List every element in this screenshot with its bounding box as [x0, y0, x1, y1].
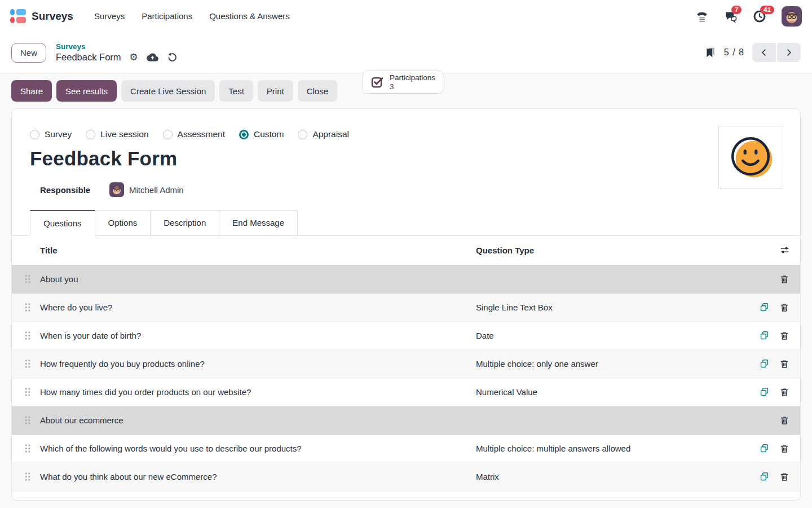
cloud-upload-icon[interactable]	[147, 51, 158, 63]
see-results-button[interactable]: See results	[56, 80, 117, 102]
participations-label: Participations	[390, 73, 435, 82]
duplicate-question-button[interactable]	[756, 469, 772, 485]
radio-circle-icon[interactable]	[30, 130, 39, 139]
drag-handle-icon[interactable]	[24, 471, 32, 483]
smiley-face-icon	[725, 132, 778, 183]
radio-option-custom[interactable]: Custom	[239, 129, 284, 139]
delete-row-button[interactable]	[776, 271, 792, 287]
pager-previous-button[interactable]	[752, 43, 776, 62]
radio-option-live-session[interactable]: Live session	[86, 129, 148, 139]
topbar-menus: SurveysParticipationsQuestions & Answers	[87, 7, 297, 25]
topbar-menu-questions-answers[interactable]: Questions & Answers	[202, 7, 297, 25]
question-row[interactable]: Where do you live?Single Line Text Box	[12, 294, 800, 322]
breadcrumb: Surveys Feedback Form ⚙	[56, 42, 178, 63]
radio-option-appraisal[interactable]: Appraisal	[298, 129, 349, 139]
question-row[interactable]: Which of the following words would you u…	[12, 435, 800, 463]
drag-handle-icon[interactable]	[24, 358, 32, 370]
column-title[interactable]: Title	[40, 246, 476, 255]
column-question-type[interactable]: Question Type	[476, 246, 756, 255]
drag-handle-icon[interactable]	[24, 443, 32, 454]
radio-option-assessment[interactable]: Assessment	[163, 129, 225, 139]
drag-handle-icon[interactable]	[24, 387, 32, 398]
row-title: Which of the following words would you u…	[40, 444, 476, 453]
delete-row-button[interactable]	[776, 356, 792, 372]
radio-option-survey[interactable]: Survey	[30, 129, 72, 139]
delete-row-button[interactable]	[776, 328, 792, 344]
question-row[interactable]: What do you think about our new eCommerc…	[12, 463, 800, 491]
question-row[interactable]: How frequently do you buy products onlin…	[12, 350, 800, 378]
drag-handle-icon[interactable]	[24, 330, 32, 341]
delete-row-button[interactable]	[776, 441, 792, 457]
radio-circle-icon[interactable]	[239, 130, 249, 139]
surveys-app-logo-icon[interactable]	[10, 9, 25, 24]
duplicate-question-button[interactable]	[756, 441, 772, 457]
voip-phone-icon[interactable]	[695, 10, 709, 23]
radio-label: Live session	[100, 129, 148, 139]
close-button[interactable]: Close	[298, 80, 337, 102]
survey-image[interactable]	[718, 126, 783, 189]
activities-clock-icon[interactable]: 41	[753, 10, 766, 23]
messages-icon[interactable]: 7	[724, 10, 738, 23]
print-button[interactable]: Print	[258, 80, 293, 102]
settings-gear-icon[interactable]: ⚙	[130, 52, 138, 62]
tab-options[interactable]: Options	[95, 210, 151, 236]
survey-title[interactable]: Feedback Form	[12, 139, 800, 170]
radio-label: Custom	[254, 129, 284, 139]
question-row[interactable]: When is your date of birth?Date	[12, 322, 800, 350]
row-question-type: Numerical Value	[476, 387, 756, 397]
section-row[interactable]: About our ecommerce	[12, 406, 800, 435]
radio-circle-icon[interactable]	[163, 130, 173, 139]
user-avatar[interactable]	[782, 6, 802, 27]
row-title: About our ecommerce	[40, 415, 476, 425]
delete-row-button[interactable]	[776, 384, 792, 400]
drag-handle-icon[interactable]	[24, 274, 32, 285]
share-button[interactable]: Share	[11, 80, 52, 102]
pager-next-button[interactable]	[777, 43, 801, 62]
radio-label: Assessment	[178, 129, 225, 139]
row-question-type: Multiple choice: only one answer	[476, 359, 756, 369]
row-title: What do you think about our new eCommerc…	[40, 472, 476, 481]
duplicate-question-button[interactable]	[756, 384, 772, 400]
radio-circle-icon[interactable]	[86, 130, 95, 139]
new-button[interactable]: New	[11, 43, 46, 63]
topbar-menu-surveys[interactable]: Surveys	[87, 7, 132, 25]
drag-handle-icon[interactable]	[24, 302, 32, 313]
radio-label: Appraisal	[312, 129, 349, 139]
section-row[interactable]: About you	[12, 265, 800, 294]
table-header-row: Title Question Type	[12, 236, 800, 265]
delete-row-button[interactable]	[776, 300, 792, 316]
app-name[interactable]: Surveys	[32, 10, 73, 23]
participations-stat-button[interactable]: Participations 3	[363, 71, 443, 94]
pager-value: 5 / 8	[724, 47, 744, 58]
breadcrumb-current: Feedback Form	[56, 52, 121, 63]
row-title: Where do you live?	[40, 303, 476, 312]
tab-description[interactable]: Description	[150, 210, 219, 236]
bookmark-icon[interactable]	[705, 46, 716, 59]
activities-badge: 41	[760, 6, 774, 15]
optional-columns-icon[interactable]	[776, 243, 792, 259]
row-question-type: Matrix	[476, 472, 756, 481]
create-live-session-button[interactable]: Create Live Session	[121, 80, 215, 102]
tab-end-message[interactable]: End Message	[219, 210, 298, 236]
delete-row-button[interactable]	[776, 413, 792, 428]
responsible-name[interactable]: Mitchell Admin	[129, 185, 184, 195]
pager: 5 / 8	[705, 43, 801, 62]
drag-handle-icon[interactable]	[24, 415, 32, 426]
systray: 7 41	[695, 6, 802, 27]
survey-form-card: SurveyLive sessionAssessmentCustomApprai…	[11, 108, 801, 501]
duplicate-question-button[interactable]	[756, 328, 772, 344]
radio-circle-icon[interactable]	[298, 130, 307, 139]
row-title: When is your date of birth?	[40, 331, 476, 340]
question-row[interactable]: How many times did you order products on…	[12, 378, 800, 406]
tab-questions[interactable]: Questions	[30, 210, 95, 236]
breadcrumb-parent-link[interactable]: Surveys	[56, 42, 178, 51]
topbar-menu-participations[interactable]: Participations	[134, 7, 200, 25]
duplicate-question-button[interactable]	[756, 300, 772, 316]
undo-icon[interactable]	[167, 52, 178, 63]
messages-badge: 7	[731, 6, 742, 15]
duplicate-question-button[interactable]	[756, 356, 772, 372]
responsible-avatar[interactable]	[109, 182, 124, 197]
test-button[interactable]: Test	[219, 80, 253, 102]
delete-row-button[interactable]	[776, 469, 792, 485]
survey-type-radio-group: SurveyLive sessionAssessmentCustomApprai…	[12, 109, 800, 139]
